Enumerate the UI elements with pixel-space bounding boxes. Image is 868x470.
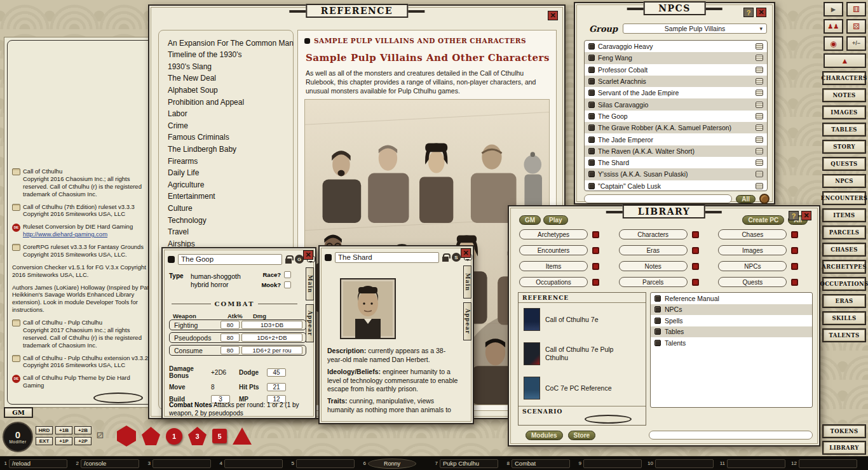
record-button[interactable] — [592, 279, 599, 286]
sidebar-item-library[interactable]: Library — [822, 441, 866, 455]
die-chip-5[interactable]: 5 — [212, 429, 227, 443]
help-icon[interactable]: ? — [743, 8, 754, 17]
die-d4[interactable] — [233, 427, 252, 445]
hotkey-slot[interactable]: 8Combat — [504, 459, 576, 468]
toc-link[interactable]: Prohibition and Appeal — [168, 98, 293, 107]
weapon-dmg[interactable]: 1D6+2 per rou — [241, 346, 302, 354]
weapon-dmg[interactable]: 1D6+2+DB — [241, 333, 302, 342]
race-checkbox[interactable] — [284, 271, 291, 278]
mook-checkbox[interactable] — [284, 281, 291, 288]
list-item[interactable]: Tables — [651, 326, 812, 338]
record-button[interactable] — [791, 263, 798, 270]
module-entry[interactable]: Call of Cthulhu 7e — [524, 308, 642, 331]
hotkey-slot[interactable]: 6Ronny — [360, 459, 432, 469]
dice-select-icon[interactable]: ⚄ — [846, 19, 866, 34]
category-button[interactable]: Items — [519, 261, 588, 271]
lock-icon[interactable] — [285, 258, 292, 264]
hotkey-slot[interactable]: 4 — [217, 459, 288, 468]
npc-list-item[interactable]: Y'ssiss (A.K.A. Susan Pulaski) — [585, 168, 767, 180]
record-button[interactable] — [592, 247, 599, 254]
toc-link[interactable]: The New Deal — [168, 74, 293, 83]
hit-pts-value[interactable]: 21 — [267, 383, 286, 391]
toc-link[interactable]: Daily Life — [168, 168, 293, 177]
toc-link[interactable]: Agriculture — [168, 180, 293, 189]
dice-cup-icon[interactable]: ⚅ — [846, 2, 866, 17]
modifier-stack[interactable]: 0 Modifier — [3, 422, 33, 452]
npc-list-item[interactable]: Caravaggio Heavy — [585, 41, 767, 52]
toc-link[interactable]: Entertainment — [168, 192, 293, 201]
record-button[interactable] — [692, 231, 699, 238]
link-icon[interactable] — [756, 171, 763, 177]
dice-tower-icon[interactable]: ▲ — [824, 53, 866, 68]
link-icon[interactable] — [756, 183, 763, 189]
toc-link[interactable]: Famous Criminals — [168, 133, 293, 142]
npc-portrait[interactable] — [340, 278, 396, 339]
toc-link[interactable]: Travel — [168, 227, 293, 236]
weapon-atk[interactable]: 80 — [220, 346, 240, 354]
scroll-ornament[interactable] — [93, 393, 143, 403]
toc-link[interactable]: Firearms — [168, 157, 293, 166]
npc-list-item[interactable]: Feng Wang — [585, 52, 767, 64]
tab-main[interactable]: Main — [306, 267, 314, 300]
link-icon[interactable] — [756, 90, 763, 96]
toc-link[interactable]: Timeline of the 1930's — [168, 50, 293, 59]
hotkey-slot[interactable]: 3 — [145, 459, 217, 468]
drag-grip-icon[interactable] — [168, 256, 175, 263]
npc-list-item[interactable]: The Shard — [585, 157, 767, 168]
tab-appearance[interactable]: Appear — [463, 302, 471, 340]
sidebar-item-notes[interactable]: Notes — [822, 88, 866, 102]
hotkey-slot[interactable]: 1/reload — [1, 459, 73, 468]
list-item[interactable]: Reference Manual — [651, 293, 812, 304]
category-button[interactable]: Notes — [619, 261, 688, 271]
record-button[interactable] — [592, 231, 599, 238]
npc-name-input[interactable] — [178, 254, 282, 265]
weapon-atk[interactable]: 80 — [220, 321, 240, 329]
drag-grip-icon[interactable] — [304, 38, 310, 44]
toc-link[interactable]: Alphabet Soup — [168, 86, 293, 95]
toc-link[interactable]: 1930's Slang — [168, 62, 293, 71]
sidebar-item-skills[interactable]: Skills — [822, 311, 866, 325]
modules-button[interactable]: Modules — [526, 431, 563, 440]
toc-link[interactable]: The Lindbergh Baby — [168, 145, 293, 154]
hard-roll-button[interactable]: HRD — [36, 426, 53, 434]
link-icon[interactable] — [756, 159, 763, 166]
npc-list-item[interactable]: The Grave Robber (A.K.A. Samuel Paterson… — [585, 122, 767, 133]
type-value[interactable]: human-shoggoth hybrid horror — [191, 272, 257, 289]
record-button[interactable] — [692, 247, 699, 254]
weapon-atk[interactable]: 80 — [220, 333, 240, 342]
close-icon[interactable]: ✕ — [756, 8, 766, 17]
create-pc-button[interactable]: Create PC — [742, 215, 784, 225]
category-button[interactable]: Quests — [718, 277, 787, 287]
chat-log[interactable]: Call of Cthulhu Copyright 2016 Chaosium … — [12, 163, 150, 389]
gm-tab-button[interactable]: GM — [519, 215, 541, 225]
link-icon[interactable] — [756, 43, 763, 50]
hotkey-slot[interactable]: 9 — [576, 459, 648, 468]
hotkey-slot[interactable]: 2/console — [73, 459, 145, 468]
tab-main[interactable]: Main — [463, 265, 471, 299]
sidebar-item-encounters[interactable]: Encounters — [822, 191, 866, 205]
sidebar-item-archetypes[interactable]: Archetypes — [822, 260, 866, 274]
sidebar-item-talents[interactable]: Talents — [822, 328, 866, 342]
sidebar-item-characters[interactable]: Characters — [822, 71, 866, 85]
category-button[interactable]: Encounters — [519, 245, 588, 255]
sidebar-item-images[interactable]: Images — [822, 105, 866, 119]
play-tab-button[interactable]: Play — [543, 215, 568, 225]
token-icon[interactable]: G — [295, 255, 304, 264]
link-icon[interactable] — [756, 78, 763, 84]
lock-icon[interactable] — [442, 257, 449, 262]
npc-list-item[interactable]: Servant of the Jade Empire — [585, 87, 767, 98]
party-sheet-icon[interactable]: ♟♟ — [824, 19, 843, 34]
extreme-roll-button[interactable]: EXT — [36, 437, 53, 445]
die-chip-1[interactable]: 1 — [166, 428, 182, 445]
edit-button[interactable] — [759, 194, 770, 204]
record-button[interactable] — [592, 263, 599, 270]
hotkey-slot[interactable]: 7Pukp Cthulhu — [432, 459, 504, 468]
drag-grip-icon[interactable] — [325, 254, 332, 261]
hotkey-slot[interactable]: 11 — [719, 459, 791, 468]
close-icon[interactable]: ✕ — [461, 248, 471, 258]
sidebar-item-npcs[interactable]: NPCs — [822, 174, 866, 188]
weapon-dmg[interactable]: 1D3+DB — [241, 321, 302, 329]
sidebar-item-tables[interactable]: Tables — [822, 123, 866, 137]
npc-list-item[interactable]: The Goop — [585, 111, 767, 122]
weapon-row[interactable]: Pseudopods 80 1D6+2+DB — [169, 332, 306, 343]
